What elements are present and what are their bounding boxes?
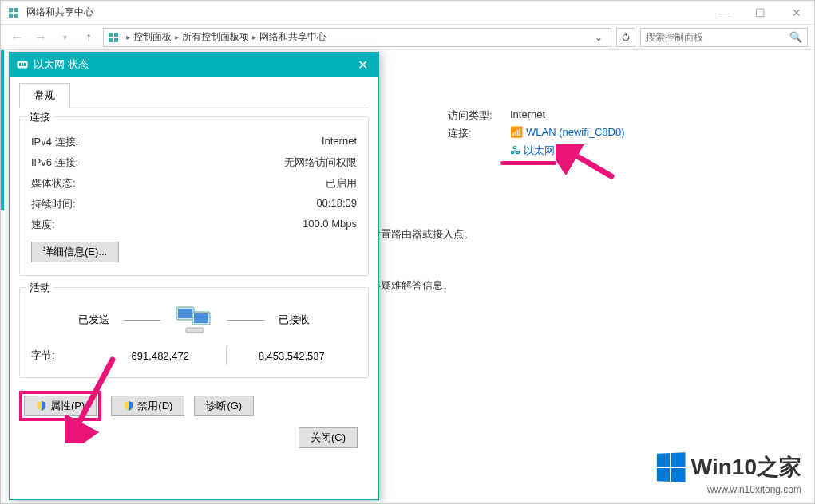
tab-general[interactable]: 常规 [19,83,70,108]
refresh-button[interactable] [616,28,635,47]
address-bar: ← → ▾ ↑ ▸ 控制面板 ▸ 所有控制面板项 ▸ 网络和共享中心 ⌄ 🔍 [1,25,814,50]
speed-label: 速度: [31,218,55,232]
sent-label: 已发送 [78,313,109,327]
svg-rect-18 [186,328,204,333]
svg-rect-11 [19,63,21,66]
svg-rect-7 [114,33,118,37]
window-controls: — ☐ ✕ [706,1,814,24]
svg-rect-17 [194,313,208,323]
ipv4-value: Internet [322,135,357,149]
dialog-close-footer-button[interactable]: 关闭(C) [299,427,358,448]
wlan-link[interactable]: WLAN (newifi_C8D0) [526,126,625,138]
disable-button-label: 禁用(D) [137,399,172,413]
watermark-brand: Win10 [691,455,757,479]
svg-rect-3 [14,14,18,18]
dialog-title: 以太网 状态 [34,57,346,72]
nav-history-dropdown[interactable]: ▾ [55,28,74,47]
ipv6-label: IPv6 连接: [31,156,78,170]
svg-rect-12 [22,63,23,66]
details-button[interactable]: 详细信息(E)... [31,242,119,262]
search-icon: 🔍 [789,31,802,43]
details-button-label: 详细信息(E)... [43,245,107,259]
nav-back-button[interactable]: ← [7,28,26,47]
received-label: 已接收 [279,313,310,327]
svg-rect-9 [114,38,118,42]
left-accent-band [1,50,4,210]
body-text-1: 或设置路由器或接入点。 [360,227,625,242]
uac-shield-icon [36,400,47,411]
main-window-title: 网络和共享中心 [26,6,706,19]
breadcrumb-icon [107,31,120,44]
access-type-label: 访问类型: [448,108,510,123]
chevron-right-icon: ▸ [252,33,256,41]
speed-value: 100.0 Mbps [303,218,357,232]
tab-strip: 常规 [19,83,369,108]
bytes-received-value: 8,453,542,537 [227,350,358,362]
svg-rect-0 [9,8,13,12]
ipv4-label: IPv4 连接: [31,135,78,149]
chevron-right-icon: ▸ [175,33,179,41]
access-type-value: Internet [510,108,545,123]
connections-label: 连接: [448,126,510,140]
breadcrumb-item-2[interactable]: 所有控制面板项 [182,30,249,44]
annotation-arrow-2 [65,356,129,443]
close-button[interactable]: ✕ [778,1,814,24]
breadcrumb[interactable]: ▸ 控制面板 ▸ 所有控制面板项 ▸ 网络和共享中心 ⌄ [103,28,611,47]
nav-forward-button[interactable]: → [31,28,50,47]
svg-rect-1 [14,8,18,12]
nav-up-button[interactable]: ↑ [79,28,98,47]
main-titlebar: 网络和共享中心 — ☐ ✕ [1,1,814,25]
search-input[interactable] [646,32,789,43]
svg-rect-15 [178,309,192,318]
network-info-panel: 访问类型: Internet 连接: 📶WLAN (newifi_C8D0) 🖧… [360,108,625,293]
activity-group-label: 活动 [26,281,53,295]
breadcrumb-item-1[interactable]: 控制面板 [133,30,172,44]
duration-label: 持续时间: [31,197,76,211]
watermark: Win10之家 www.win10xitong.com [656,452,801,495]
ethernet-link[interactable]: 以太网 [524,144,555,156]
ethernet-icon: 🖧 [510,144,520,156]
maximize-button[interactable]: ☐ [742,1,778,24]
annotation-underline [500,161,556,165]
media-state-label: 媒体状态: [31,176,76,191]
connection-group: 连接 IPv4 连接:Internet IPv6 连接:无网络访问权限 媒体状态… [19,116,369,276]
annotation-arrow-1 [556,144,619,184]
divider-line [124,320,160,321]
watermark-sub: 之家 [757,455,801,479]
windows-logo-icon [657,452,686,482]
svg-rect-13 [24,63,26,66]
ethernet-adapter-icon [16,58,29,71]
search-box[interactable]: 🔍 [640,28,808,47]
ipv6-value: 无网络访问权限 [284,156,357,170]
close-button-label: 关闭(C) [311,431,346,445]
computers-icon [175,304,213,336]
svg-rect-6 [109,33,113,37]
body-text-2: 获得疑难解答信息。 [360,278,625,293]
breadcrumb-dropdown[interactable]: ⌄ [590,32,607,43]
divider-line [227,320,264,321]
svg-rect-8 [109,38,113,42]
dialog-close-button[interactable]: ✕ [346,53,378,77]
duration-value: 00:18:09 [316,197,357,211]
wifi-signal-icon: 📶 [510,126,523,138]
refresh-icon [620,32,631,43]
breadcrumb-item-3[interactable]: 网络和共享中心 [259,30,326,44]
diagnose-button-label: 诊断(G) [206,399,242,413]
connection-group-label: 连接 [26,110,53,124]
svg-rect-2 [9,14,13,18]
minimize-button[interactable]: — [706,1,742,24]
diagnose-button[interactable]: 诊断(G) [194,396,254,416]
dialog-titlebar[interactable]: 以太网 状态 ✕ [10,53,378,77]
chevron-right-icon: ▸ [126,33,130,41]
media-state-value: 已启用 [326,176,357,191]
watermark-url: www.win10xitong.com [656,484,801,495]
network-center-icon [7,6,20,19]
